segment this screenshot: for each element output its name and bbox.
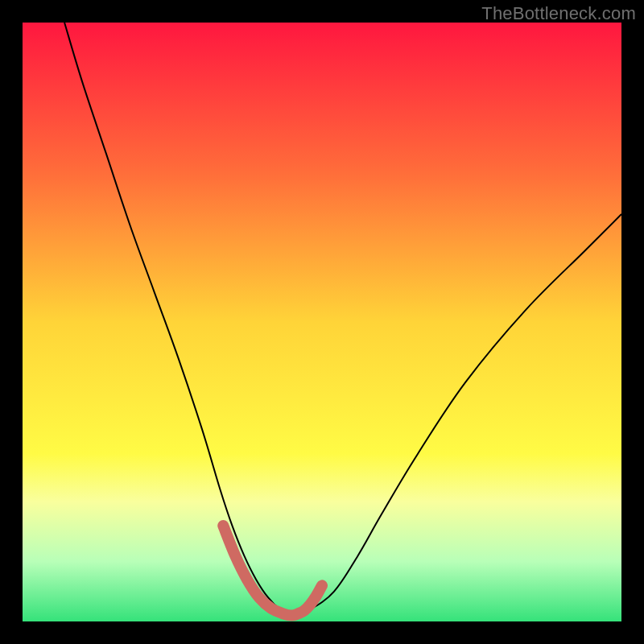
series-curve-main — [64, 23, 621, 616]
chart-svg — [23, 23, 621, 621]
chart-frame: TheBottleneck.com — [0, 0, 644, 644]
chart-plot-area — [23, 23, 621, 621]
watermark-text: TheBottleneck.com — [481, 3, 636, 24]
